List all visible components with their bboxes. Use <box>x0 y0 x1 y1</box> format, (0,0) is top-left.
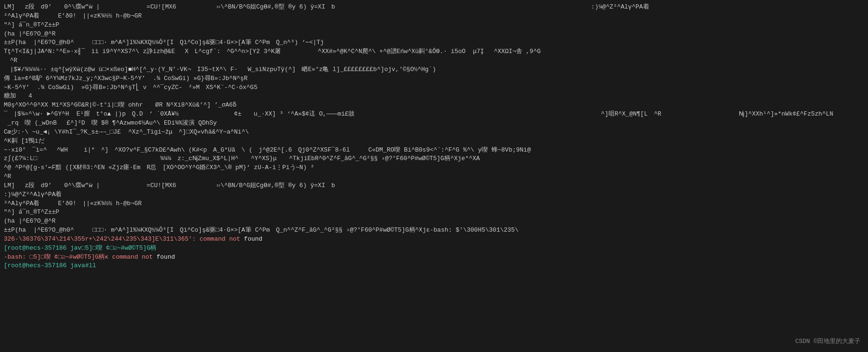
terminal-line: ~·xï0° ¯ì=^ ^WH i|* ^] ^XO?v^F_§C7kD£^Aw… <box>4 146 864 155</box>
terminal-line: ^R <box>4 172 864 181</box>
terminal-line: 326-\3637G\374\214\355r+\242\244\235\343… <box>4 235 864 244</box>
terminal-line: M0ş^XO^^0^XX Mï^XS^G©&R|©-t°i|□喫 ohhr ØR… <box>4 101 864 110</box>
terminal-line: ¯ |$¾=^\w· ►^GY^H E¹膣 t°o▲ |)p Q.D ‘ `0X… <box>4 110 864 119</box>
terminal-line: ±±P(ha |^E6?O_@h0^ □□□· m^A^]l%¼KXQ½¼Ō³[… <box>4 38 864 47</box>
terminal-line: Cæ少:·\ ~u_◄¡ \Y#hI¯_?K_s±→→_□J£ ^Xz^_Tìg… <box>4 128 864 146</box>
terminal-line: _rq 喫 (_wDnB £^]²D 喫 $® ¶^Azwmo¢½Au^\ ED… <box>4 119 864 128</box>
terminal: LM] z段 d9’ 0^\癏w”ẁ | =CU![MX6 ⇰\^BN/B^G… <box>0 0 868 352</box>
terminal-line: ²^Alγ^PA着 E’ð0! ||«zK¾½½ h-@b¬GR <box>4 199 864 217</box>
terminal-line: (ha |^E6?O_@^R <box>4 30 864 39</box>
terminal-line: |$¥/¾¼¼¼·· ±q^[wŷXŵ(z@w ù□×xßeo]■H^[^_y·… <box>4 65 864 74</box>
terminal-line: [root@hecs-357186 jav□5]□喫 ¢□☑~#wØ©T5]G柄 <box>4 244 864 253</box>
terminal-line: ²^Alγ^PA着 E’ð0! ||«zK¾½½ h-@b¬GR <box>4 12 864 30</box>
terminal-line: ~K-5^Y’ .¾ CoSwGi) »G}尋B»:Јb^N^şT⎣ ν ^^¯… <box>4 83 864 92</box>
terminal-lines-container: LM] z段 d9’ 0^\癏w”ẁ | =CU![MX6 ⇰\^BN/B^G… <box>4 3 864 271</box>
terminal-line: ^@ ^P^@[g-s'↢F黯 ([X材®3:^EΝ «Zjz瘞·Em R总 [… <box>4 163 864 172</box>
terminal-line: 糖加 4 <box>4 92 864 101</box>
watermark: CSDN ©田地里的大麦子 <box>795 337 860 346</box>
terminal-line: 傳 la=¢^B馿 6^Y¼Mz7kJz_y;^X3wc§P~K-5^Y’ .¾… <box>4 74 864 83</box>
terminal-line: -bash: □5]□喫 ¢□☑~#wØ©T5]G柄κ command not … <box>4 253 864 262</box>
terminal-line: LM] z段 d9’ 0^\癏w”ẁ | =CU![MX6 ⇰\^BN/B^G… <box>4 181 864 199</box>
terminal-line: ±±P(ha |^E6?O_@h0^ □□□· m^A^]l%¼KXQ½¼Ō³[… <box>4 226 864 235</box>
terminal-line: [root@hecs-357186 java#ll <box>4 262 864 271</box>
terminal-line: (ha |^E6?O_@^R <box>4 217 864 226</box>
terminal-line: Tţ^T<I&j|ЈA^N:°^E»·x╢¯ ìì i9^Y^XS7^\ z諍i… <box>4 47 864 56</box>
terminal-line: LM] z段 d9’ 0^\癏w”ẁ | =CU![MX6 ⇰\^BN/B^G… <box>4 3 864 12</box>
terminal-line: zʃ(£?¼:L□ ¾¼¼ z:_cǋZmu_X$^L|H^ ^Y^XS}μ ^… <box>4 154 864 163</box>
terminal-line: ^R <box>4 56 864 65</box>
